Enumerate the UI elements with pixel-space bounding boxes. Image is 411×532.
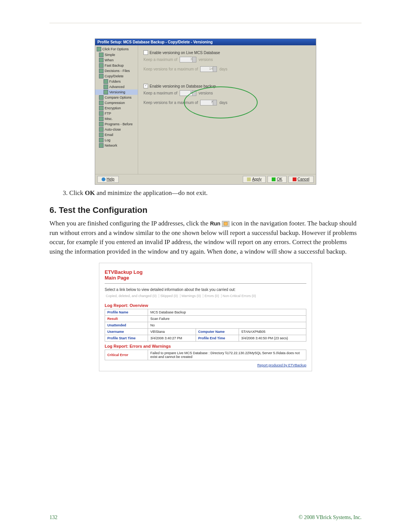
link-copied[interactable]: Copied, deleted, and changed (0): [105, 294, 158, 298]
cancel-button[interactable]: Cancel: [288, 176, 314, 183]
filter-links: Copied, deleted, and changed (0) Skipped…: [105, 294, 306, 298]
sidebar-item-compression[interactable]: Compression: [95, 100, 138, 105]
sidebar-item-log[interactable]: Log: [95, 137, 138, 143]
checkbox-live-versioning[interactable]: [143, 50, 148, 55]
section-heading: 6. Test the Configuration: [49, 205, 362, 215]
label-keep-max: Keep a maximum of: [143, 91, 177, 95]
overview-heading: Log Report: Overview: [105, 303, 306, 308]
sidebar-item-auto-close[interactable]: Auto-close: [95, 127, 138, 132]
log-report-window: ETVBackup LogMain Page Select a link bel…: [99, 263, 312, 371]
log-title: ETVBackup LogMain Page: [105, 269, 306, 281]
table-row: Profile Start Time3/4/2008 3:40:27 PMPro…: [105, 335, 306, 341]
table-row: UnattendedNo: [105, 322, 306, 328]
label-keep-max: Keep a maximum of: [143, 58, 177, 62]
check-icon: [272, 177, 276, 181]
spinner-backup-max[interactable]: 5: [180, 90, 196, 96]
help-button[interactable]: Help: [97, 176, 119, 183]
profile-setup-window: Profile Setup: MCS Database Backup - Cop…: [95, 38, 316, 185]
sidebar-item-decisions-files[interactable]: Decisions - Files: [95, 68, 138, 73]
errors-heading: Log Report: Errors and Warnings: [105, 344, 306, 348]
ok-button[interactable]: OK: [268, 176, 286, 183]
run-label: Run: [210, 220, 220, 227]
spinner-live-max[interactable]: 3: [180, 57, 196, 62]
sidebar-item-when[interactable]: When: [95, 58, 138, 63]
sidebar-item-email[interactable]: Email: [95, 132, 138, 137]
sidebar-item-advanced[interactable]: Advanced: [95, 84, 138, 89]
sidebar-item-encryption[interactable]: Encryption: [95, 105, 138, 111]
close-icon: [293, 177, 296, 181]
save-icon: [247, 177, 251, 181]
table-row: Profile NameMCS Database Backup: [105, 309, 306, 315]
spinner-backup-days[interactable]: 7: [200, 100, 217, 105]
checkbox-label: Enable versioning on Live MCS Database: [150, 51, 220, 55]
checkbox-backup-versioning[interactable]: ✓: [143, 84, 148, 88]
sidebar-item-versioning[interactable]: Versioning: [95, 89, 138, 95]
sidebar-item-simple[interactable]: Simple: [95, 52, 138, 58]
copyright: © 2008 VBrick Systems, Inc.: [299, 514, 362, 521]
page-number: 132: [49, 514, 57, 521]
overview-table: Profile NameMCS Database Backup ResultSc…: [105, 309, 306, 342]
run-icon: [222, 221, 229, 227]
step-3-text: 3. Click OK and minimize the application…: [63, 189, 362, 197]
errors-table: Critical ErrorFailed to prepare Live MCS…: [105, 350, 306, 360]
link-warnings[interactable]: Warnings (0): [180, 294, 202, 298]
sidebar-item-folders[interactable]: Folders: [95, 79, 138, 84]
options-sidebar: Click For Options Simple When Fast Backu…: [95, 45, 138, 174]
sidebar-item-compare-options[interactable]: Compare Options: [95, 95, 138, 100]
instruction-text: Select a link below to view detailed inf…: [105, 288, 306, 292]
link-noncritical[interactable]: Non-Critical Errors (0): [221, 294, 257, 298]
sidebar-item-misc[interactable]: Misc.: [95, 116, 138, 121]
table-row: UsernameVB\StanaComputer NameSTANAXPNB05: [105, 328, 306, 335]
spinner-live-days[interactable]: 14: [200, 66, 217, 72]
link-errors[interactable]: Errors (0): [203, 294, 220, 298]
help-icon: [102, 177, 105, 181]
body-paragraph: When you are finished configuring the IP…: [49, 219, 362, 257]
sidebar-item-network[interactable]: Network: [95, 143, 138, 148]
label-keep-days: Keep versions for a maximum of: [143, 67, 198, 71]
sidebar-item-ftp[interactable]: FTP: [95, 111, 138, 116]
checkbox-label: Enable versioning on Database backup: [150, 84, 216, 88]
sidebar-item-programs-before[interactable]: Programs - Before: [95, 121, 138, 127]
table-row: Critical ErrorFailed to prepare Live MCS…: [105, 350, 306, 360]
table-row: ResultScan Failure: [105, 315, 306, 322]
window-titlebar: Profile Setup: MCS Database Backup - Cop…: [95, 39, 316, 45]
sidebar-item-copy-delete[interactable]: Copy/Delete: [95, 73, 138, 79]
sidebar-header: Click For Options: [95, 46, 138, 52]
label-keep-days: Keep versions for a maximum of: [143, 101, 198, 105]
link-skipped[interactable]: Skipped (0): [159, 294, 179, 298]
sidebar-item-fast-backup[interactable]: Fast Backup: [95, 63, 138, 68]
report-producer-link[interactable]: Report produced by ETVBackup: [105, 363, 306, 367]
versioning-pane: Enable versioning on Live MCS Database K…: [138, 45, 316, 174]
apply-button[interactable]: Apply: [243, 176, 266, 183]
